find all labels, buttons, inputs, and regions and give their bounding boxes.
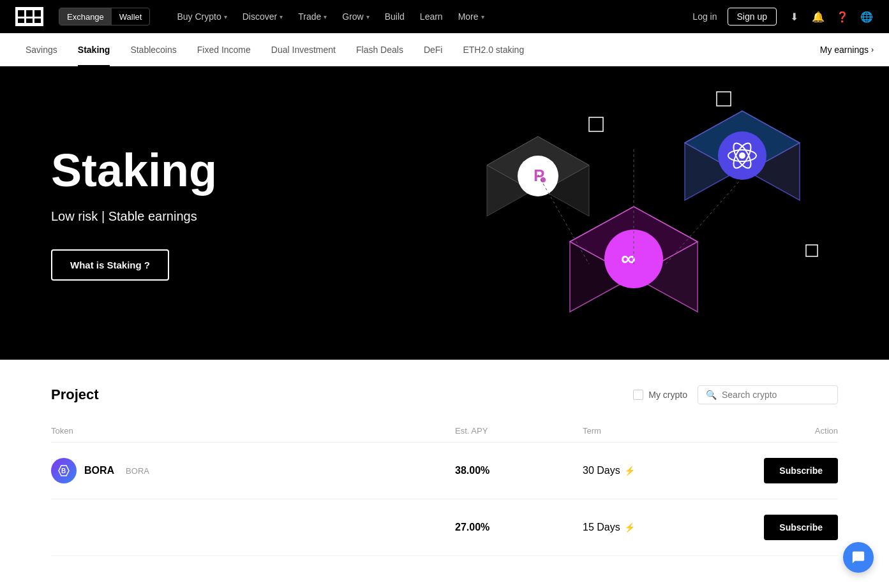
exchange-toggle-btn[interactable]: Exchange: [59, 8, 112, 25]
discover-arrow: ▾: [280, 13, 283, 20]
top-navigation: Exchange Wallet Buy Crypto ▾ Discover ▾ …: [0, 0, 889, 33]
what-is-staking-button[interactable]: What is Staking ?: [51, 249, 169, 281]
bora-logo-icon: B: [56, 463, 71, 478]
grow-arrow: ▾: [366, 13, 370, 20]
hero-section: Staking Low risk | Stable earnings What …: [0, 66, 889, 360]
sub-nav-stablecoins[interactable]: Stablecoins: [120, 33, 186, 66]
row2-flash-icon: ⚡: [624, 522, 635, 533]
sub-nav-fixed-income[interactable]: Fixed Income: [187, 33, 261, 66]
nav-right: Log in Sign up ⬇ 🔔 ❓ 🌐: [692, 8, 874, 26]
nav-trade[interactable]: Trade ▾: [292, 0, 333, 33]
sub-nav-defi[interactable]: DeFi: [414, 33, 453, 66]
bora-subscribe-button[interactable]: Subscribe: [764, 458, 838, 483]
sub-nav-flash-deals[interactable]: Flash Deals: [346, 33, 414, 66]
table-row: 27.00% 15 Days ⚡ Subscribe: [51, 499, 838, 556]
hero-subtitle: Low risk | Stable earnings: [51, 209, 217, 224]
bell-icon[interactable]: 🔔: [811, 10, 825, 24]
sub-nav-staking[interactable]: Staking: [68, 33, 121, 66]
project-section: Project My crypto 🔍 Token Est. APY Term …: [0, 360, 889, 582]
hero-illustration: P: [436, 85, 851, 341]
row2-apy: 27.00%: [455, 522, 583, 533]
chat-icon: [851, 550, 865, 564]
project-filters: My crypto 🔍: [633, 385, 838, 404]
nav-grow[interactable]: Grow ▾: [336, 0, 375, 33]
svg-rect-2: [18, 18, 24, 23]
token-cell-bora: B BORA BORA: [51, 458, 455, 483]
svg-text:∞: ∞: [621, 247, 636, 270]
svg-rect-13: [717, 92, 731, 106]
signup-button[interactable]: Sign up: [728, 8, 777, 26]
sub-navigation: Savings Staking Stablecoins Fixed Income…: [0, 33, 889, 66]
svg-rect-1: [26, 10, 33, 17]
search-box: 🔍: [698, 385, 838, 404]
nav-build[interactable]: Build: [378, 0, 411, 33]
hero-visual: P: [436, 85, 851, 341]
nav-discover[interactable]: Discover ▾: [236, 0, 289, 33]
svg-point-12: [541, 177, 546, 182]
hero-content: Staking Low risk | Stable earnings What …: [51, 145, 217, 280]
login-button[interactable]: Log in: [692, 11, 717, 22]
my-earnings-link[interactable]: My earnings ›: [820, 45, 874, 55]
nav-items: Buy Crypto ▾ Discover ▾ Trade ▾ Grow ▾ B…: [170, 0, 677, 33]
project-title: Project: [51, 386, 99, 403]
svg-rect-6: [589, 117, 603, 131]
hero-title: Staking: [51, 145, 217, 196]
nav-buy-crypto[interactable]: Buy Crypto ▾: [170, 0, 233, 33]
svg-rect-0: [18, 10, 24, 17]
token-cell-row2: [51, 515, 455, 540]
buy-crypto-arrow: ▾: [224, 13, 227, 20]
bora-logo: B: [51, 458, 77, 483]
svg-point-21: [739, 152, 745, 159]
nav-learn[interactable]: Learn: [414, 0, 449, 33]
svg-rect-30: [806, 245, 818, 256]
sub-nav-eth2-staking[interactable]: ETH2.0 staking: [452, 33, 534, 66]
row2-subscribe-button[interactable]: Subscribe: [764, 515, 838, 540]
bora-flash-icon: ⚡: [624, 466, 635, 476]
my-earnings-arrow: ›: [871, 45, 874, 54]
language-icon[interactable]: 🌐: [860, 10, 874, 24]
table-row: B BORA BORA 38.00% 30 Days ⚡ Subscribe: [51, 443, 838, 499]
bora-token-name: BORA: [84, 465, 114, 476]
chat-button[interactable]: [843, 542, 874, 573]
search-icon: 🔍: [706, 390, 717, 400]
svg-text:B: B: [61, 467, 66, 474]
nav-more[interactable]: More ▾: [452, 0, 491, 33]
my-crypto-filter[interactable]: My crypto: [633, 390, 687, 400]
exchange-wallet-toggle: Exchange Wallet: [59, 8, 150, 26]
download-icon[interactable]: ⬇: [787, 10, 801, 24]
logo[interactable]: [15, 7, 43, 26]
table-header: Token Est. APY Term Action: [51, 420, 838, 443]
search-input[interactable]: [722, 390, 830, 400]
bora-apy: 38.00%: [455, 465, 583, 476]
help-icon[interactable]: ❓: [835, 10, 849, 24]
row2-logo-placeholder: [51, 515, 77, 540]
sub-nav-savings[interactable]: Savings: [15, 33, 68, 66]
bora-token-symbol: BORA: [126, 466, 149, 476]
svg-line-29: [666, 178, 742, 264]
svg-rect-5: [34, 18, 41, 23]
svg-rect-3: [26, 18, 33, 23]
svg-rect-4: [34, 10, 41, 17]
my-crypto-checkbox[interactable]: [633, 390, 643, 400]
logo-box: [15, 7, 43, 26]
trade-arrow: ▾: [324, 13, 327, 20]
bora-term: 30 Days ⚡: [583, 465, 710, 476]
wallet-toggle-btn[interactable]: Wallet: [112, 8, 150, 25]
logo-icon: [18, 10, 41, 23]
row2-term: 15 Days ⚡: [583, 522, 710, 533]
more-arrow: ▾: [481, 13, 484, 20]
sub-nav-dual-investment[interactable]: Dual Investment: [261, 33, 346, 66]
project-header: Project My crypto 🔍: [51, 385, 838, 404]
